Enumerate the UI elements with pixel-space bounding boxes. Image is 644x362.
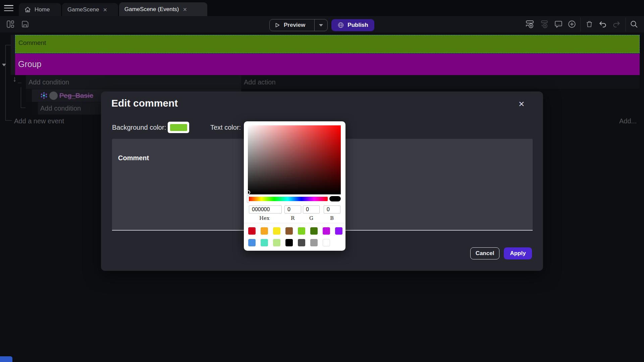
tab-gamescene[interactable]: GameScene × xyxy=(62,3,118,16)
current-color-preview xyxy=(329,196,341,201)
tab-gamescene-events[interactable]: GameScene (Events) × xyxy=(119,2,207,16)
save-icon[interactable] xyxy=(19,18,31,30)
globe-icon xyxy=(337,22,344,28)
publish-button[interactable]: Publish xyxy=(331,19,374,31)
tab-label: GameScene (Events) xyxy=(124,6,179,13)
play-icon xyxy=(274,22,280,28)
add-subevent-icon[interactable] xyxy=(539,18,551,30)
saturation-area[interactable] xyxy=(248,125,341,194)
close-tab-icon[interactable]: × xyxy=(182,6,188,13)
preview-button[interactable]: Preview xyxy=(269,19,328,31)
group-event-row[interactable]: Group xyxy=(15,54,640,75)
preset-color-swatch[interactable] xyxy=(285,239,293,246)
tab-label: Home xyxy=(35,6,50,13)
picker-divider xyxy=(244,223,345,223)
preset-color-swatch[interactable] xyxy=(335,227,342,235)
chat-bubble-corner[interactable] xyxy=(0,356,12,362)
menu-hamburger-icon[interactable] xyxy=(4,5,13,11)
group-event-text: Group xyxy=(18,59,41,69)
chevron-down-icon xyxy=(319,23,323,27)
color-picker-popup: Hex R G B xyxy=(244,121,345,251)
redo-icon[interactable] xyxy=(610,18,623,30)
hue-slider[interactable] xyxy=(248,197,328,201)
open-panel-layout-icon[interactable] xyxy=(4,18,16,30)
comment-event-row[interactable]: Comment xyxy=(15,35,640,53)
tab-home[interactable]: Home xyxy=(19,3,61,16)
event-gutter[interactable] xyxy=(11,35,15,75)
preset-color-swatch[interactable] xyxy=(298,239,305,246)
add-action-link[interactable]: Add action xyxy=(241,75,640,89)
preset-color-swatch[interactable] xyxy=(261,239,268,246)
tab-label: GameScene xyxy=(67,6,99,13)
hex-input[interactable] xyxy=(249,205,282,214)
tree-line xyxy=(18,83,21,83)
choose-add-icon[interactable] xyxy=(566,18,578,30)
close-tab-icon[interactable]: × xyxy=(103,6,108,13)
event-indent xyxy=(26,89,32,102)
app-window: Home GameScene × GameScene (Events) × Pr… xyxy=(0,0,644,362)
background-color-value xyxy=(170,124,187,131)
preset-color-swatch[interactable] xyxy=(273,239,280,246)
home-icon xyxy=(24,6,31,13)
g-input-label: G xyxy=(309,215,313,221)
preset-swatches-row-2 xyxy=(248,239,343,246)
preset-color-swatch[interactable] xyxy=(248,239,256,246)
preset-color-swatch[interactable] xyxy=(310,227,318,235)
hex-input-label: Hex xyxy=(259,215,269,221)
object-name: Peg_Basic xyxy=(59,92,93,100)
subevent-arrow-icon: ↓ xyxy=(13,75,17,83)
tree-line xyxy=(5,120,12,121)
b-input-label: B xyxy=(330,215,334,221)
search-icon[interactable] xyxy=(628,18,640,30)
preset-color-swatch[interactable] xyxy=(310,239,318,246)
event-indent xyxy=(32,102,38,115)
undo-icon[interactable] xyxy=(597,18,609,30)
preset-color-swatch[interactable] xyxy=(261,227,268,235)
b-input[interactable] xyxy=(324,205,340,214)
toolbar-separator xyxy=(626,17,626,31)
dialog-title: Edit comment xyxy=(111,98,178,109)
collapse-group-icon[interactable] xyxy=(2,64,6,66)
behavior-icon xyxy=(40,92,48,99)
preset-color-swatch[interactable] xyxy=(248,227,256,235)
tree-line xyxy=(5,45,11,45)
preset-color-swatch[interactable] xyxy=(298,227,305,235)
preview-options-dropdown[interactable] xyxy=(314,19,327,31)
add-event-icon[interactable] xyxy=(524,18,536,30)
preset-swatches-row-1 xyxy=(248,227,343,235)
close-dialog-icon[interactable]: × xyxy=(519,99,525,109)
publish-label: Publish xyxy=(347,22,368,28)
hue-slider-handle[interactable] xyxy=(247,195,249,202)
text-color-label: Text color: xyxy=(210,124,241,131)
preset-color-swatch[interactable] xyxy=(323,227,330,235)
apply-button[interactable]: Apply xyxy=(504,247,532,259)
comment-event-text: Comment xyxy=(18,39,46,46)
add-condition-link[interactable]: Add condition xyxy=(26,75,241,89)
g-input[interactable] xyxy=(303,205,320,214)
cancel-button[interactable]: Cancel xyxy=(470,247,499,259)
object-thumbnail xyxy=(49,92,58,100)
tree-line xyxy=(21,108,25,108)
preset-color-swatch[interactable] xyxy=(273,227,280,235)
toolbar-separator xyxy=(580,17,581,31)
r-input[interactable] xyxy=(284,205,301,214)
background-color-swatch[interactable] xyxy=(168,122,189,133)
preset-color-swatch[interactable] xyxy=(323,239,330,246)
add-new-event-link[interactable]: Add a new event xyxy=(14,117,64,125)
preview-label: Preview xyxy=(284,22,305,28)
tree-line xyxy=(5,45,6,121)
preset-color-swatch[interactable] xyxy=(285,227,293,235)
background-color-label: Background color: xyxy=(112,124,166,131)
add-comment-icon[interactable]: ... xyxy=(552,18,565,30)
tree-line xyxy=(21,87,21,108)
saturation-cursor[interactable] xyxy=(246,190,250,194)
delete-icon[interactable] xyxy=(583,18,595,30)
r-input-label: R xyxy=(291,215,294,221)
add-more-link[interactable]: Add... xyxy=(619,117,637,125)
